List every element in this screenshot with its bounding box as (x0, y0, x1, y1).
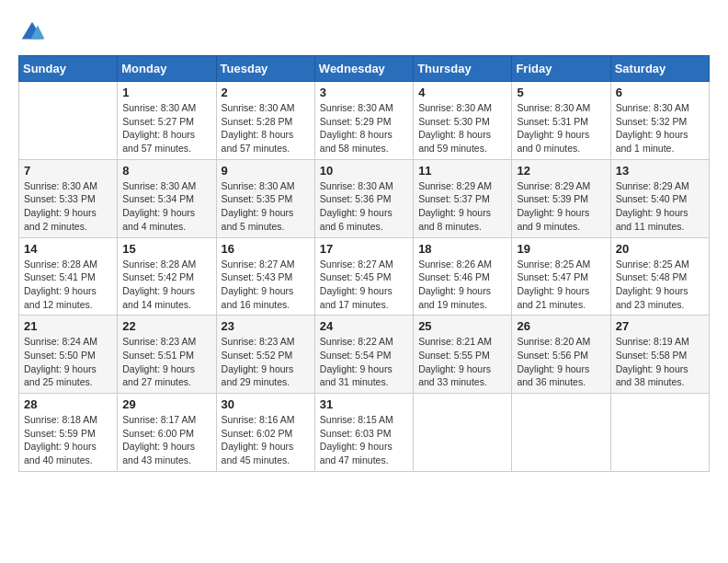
day-info: Sunrise: 8:17 AMSunset: 6:00 PMDaylight:… (122, 413, 210, 467)
calendar-cell: 15Sunrise: 8:28 AMSunset: 5:42 PMDayligh… (118, 237, 216, 316)
week-row-0: 1Sunrise: 8:30 AMSunset: 5:27 PMDaylight… (19, 82, 710, 160)
day-info: Sunrise: 8:29 AMSunset: 5:40 PMDaylight:… (616, 179, 704, 234)
day-number: 6 (616, 86, 704, 99)
day-number: 10 (320, 164, 408, 178)
day-info: Sunrise: 8:25 AMSunset: 5:48 PMDaylight:… (616, 258, 704, 312)
day-number: 29 (122, 397, 210, 411)
calendar-cell: 7Sunrise: 8:30 AMSunset: 5:33 PMDaylight… (19, 159, 118, 237)
day-number: 20 (616, 242, 704, 256)
calendar-cell (414, 394, 512, 472)
calendar-cell: 25Sunrise: 8:21 AMSunset: 5:55 PMDayligh… (414, 316, 512, 394)
day-info: Sunrise: 8:28 AMSunset: 5:41 PMDaylight:… (24, 258, 112, 312)
day-number: 4 (418, 86, 506, 99)
day-number: 5 (517, 86, 605, 99)
day-info: Sunrise: 8:15 AMSunset: 6:03 PMDaylight:… (320, 413, 408, 467)
header-wednesday: Wednesday (314, 56, 413, 82)
calendar-cell: 1Sunrise: 8:30 AMSunset: 5:27 PMDaylight… (118, 82, 216, 160)
calendar-cell: 8Sunrise: 8:30 AMSunset: 5:34 PMDaylight… (118, 159, 216, 237)
day-info: Sunrise: 8:28 AMSunset: 5:42 PMDaylight:… (122, 258, 210, 312)
day-number: 13 (616, 164, 704, 178)
day-info: Sunrise: 8:24 AMSunset: 5:50 PMDaylight:… (24, 335, 112, 389)
day-number: 27 (616, 319, 704, 333)
day-number: 30 (222, 397, 310, 411)
calendar-cell: 18Sunrise: 8:26 AMSunset: 5:46 PMDayligh… (414, 237, 512, 316)
header-thursday: Thursday (414, 56, 512, 82)
calendar-body: 1Sunrise: 8:30 AMSunset: 5:27 PMDaylight… (19, 82, 710, 472)
calendar-cell: 29Sunrise: 8:17 AMSunset: 6:00 PMDayligh… (118, 394, 216, 472)
day-info: Sunrise: 8:30 AMSunset: 5:30 PMDaylight:… (418, 101, 506, 155)
header-sunday: Sunday (19, 56, 118, 82)
day-info: Sunrise: 8:30 AMSunset: 5:28 PMDaylight:… (222, 101, 310, 155)
day-number: 26 (517, 319, 605, 333)
calendar-table: SundayMondayTuesdayWednesdayThursdayFrid… (18, 55, 710, 472)
day-info: Sunrise: 8:27 AMSunset: 5:45 PMDaylight:… (320, 258, 408, 312)
header-tuesday: Tuesday (216, 56, 314, 82)
day-number: 11 (418, 164, 506, 178)
calendar-header: SundayMondayTuesdayWednesdayThursdayFrid… (19, 56, 710, 82)
day-info: Sunrise: 8:29 AMSunset: 5:37 PMDaylight:… (418, 179, 506, 234)
calendar-cell: 24Sunrise: 8:22 AMSunset: 5:54 PMDayligh… (314, 316, 413, 394)
day-number: 28 (24, 397, 112, 411)
day-number: 18 (418, 242, 506, 256)
day-info: Sunrise: 8:29 AMSunset: 5:39 PMDaylight:… (517, 179, 605, 234)
header-monday: Monday (118, 56, 216, 82)
week-row-1: 7Sunrise: 8:30 AMSunset: 5:33 PMDaylight… (19, 159, 710, 237)
calendar-cell: 6Sunrise: 8:30 AMSunset: 5:32 PMDaylight… (610, 82, 709, 160)
day-info: Sunrise: 8:25 AMSunset: 5:47 PMDaylight:… (517, 258, 605, 312)
calendar-cell: 16Sunrise: 8:27 AMSunset: 5:43 PMDayligh… (216, 237, 314, 316)
calendar-cell (19, 82, 118, 160)
calendar-cell: 2Sunrise: 8:30 AMSunset: 5:28 PMDaylight… (216, 82, 314, 160)
calendar-cell (512, 394, 610, 472)
day-number: 24 (320, 319, 408, 333)
day-info: Sunrise: 8:30 AMSunset: 5:27 PMDaylight:… (122, 101, 210, 155)
day-info: Sunrise: 8:30 AMSunset: 5:34 PMDaylight:… (122, 179, 210, 234)
day-info: Sunrise: 8:19 AMSunset: 5:58 PMDaylight:… (616, 335, 704, 389)
calendar-cell: 10Sunrise: 8:30 AMSunset: 5:36 PMDayligh… (314, 159, 413, 237)
day-info: Sunrise: 8:30 AMSunset: 5:29 PMDaylight:… (320, 101, 408, 155)
day-number: 12 (517, 164, 605, 178)
day-info: Sunrise: 8:30 AMSunset: 5:35 PMDaylight:… (222, 179, 310, 234)
day-info: Sunrise: 8:18 AMSunset: 5:59 PMDaylight:… (24, 413, 112, 467)
day-number: 1 (122, 86, 210, 99)
day-info: Sunrise: 8:21 AMSunset: 5:55 PMDaylight:… (418, 335, 506, 389)
day-info: Sunrise: 8:22 AMSunset: 5:54 PMDaylight:… (320, 335, 408, 389)
calendar-cell: 20Sunrise: 8:25 AMSunset: 5:48 PMDayligh… (610, 237, 709, 316)
calendar-cell (610, 394, 709, 472)
header-friday: Friday (512, 56, 610, 82)
week-row-3: 21Sunrise: 8:24 AMSunset: 5:50 PMDayligh… (19, 316, 710, 394)
day-number: 2 (222, 86, 310, 99)
logo (18, 18, 50, 46)
day-number: 17 (320, 242, 408, 256)
week-row-2: 14Sunrise: 8:28 AMSunset: 5:41 PMDayligh… (19, 237, 710, 316)
day-number: 8 (122, 164, 210, 178)
calendar-cell: 26Sunrise: 8:20 AMSunset: 5:56 PMDayligh… (512, 316, 610, 394)
calendar-cell: 27Sunrise: 8:19 AMSunset: 5:58 PMDayligh… (610, 316, 709, 394)
calendar-cell: 31Sunrise: 8:15 AMSunset: 6:03 PMDayligh… (314, 394, 413, 472)
day-number: 22 (122, 319, 210, 333)
day-number: 3 (320, 86, 408, 99)
calendar-cell: 14Sunrise: 8:28 AMSunset: 5:41 PMDayligh… (19, 237, 118, 316)
calendar-cell: 12Sunrise: 8:29 AMSunset: 5:39 PMDayligh… (512, 159, 610, 237)
calendar-cell: 30Sunrise: 8:16 AMSunset: 6:02 PMDayligh… (216, 394, 314, 472)
day-number: 21 (24, 319, 112, 333)
day-number: 31 (320, 397, 408, 411)
calendar-cell: 13Sunrise: 8:29 AMSunset: 5:40 PMDayligh… (610, 159, 709, 237)
day-info: Sunrise: 8:27 AMSunset: 5:43 PMDaylight:… (222, 258, 310, 312)
day-number: 23 (222, 319, 310, 333)
day-number: 25 (418, 319, 506, 333)
day-info: Sunrise: 8:20 AMSunset: 5:56 PMDaylight:… (517, 335, 605, 389)
day-number: 14 (24, 242, 112, 256)
calendar-cell: 3Sunrise: 8:30 AMSunset: 5:29 PMDaylight… (314, 82, 413, 160)
day-number: 7 (24, 164, 112, 178)
calendar-cell: 23Sunrise: 8:23 AMSunset: 5:52 PMDayligh… (216, 316, 314, 394)
calendar-cell: 19Sunrise: 8:25 AMSunset: 5:47 PMDayligh… (512, 237, 610, 316)
calendar-cell: 4Sunrise: 8:30 AMSunset: 5:30 PMDaylight… (414, 82, 512, 160)
calendar-cell: 28Sunrise: 8:18 AMSunset: 5:59 PMDayligh… (19, 394, 118, 472)
calendar-cell: 21Sunrise: 8:24 AMSunset: 5:50 PMDayligh… (19, 316, 118, 394)
calendar-cell: 5Sunrise: 8:30 AMSunset: 5:31 PMDaylight… (512, 82, 610, 160)
day-info: Sunrise: 8:30 AMSunset: 5:32 PMDaylight:… (616, 101, 704, 155)
calendar-cell: 17Sunrise: 8:27 AMSunset: 5:45 PMDayligh… (314, 237, 413, 316)
day-info: Sunrise: 8:30 AMSunset: 5:33 PMDaylight:… (24, 179, 112, 234)
calendar-cell: 11Sunrise: 8:29 AMSunset: 5:37 PMDayligh… (414, 159, 512, 237)
page-header (18, 18, 710, 46)
